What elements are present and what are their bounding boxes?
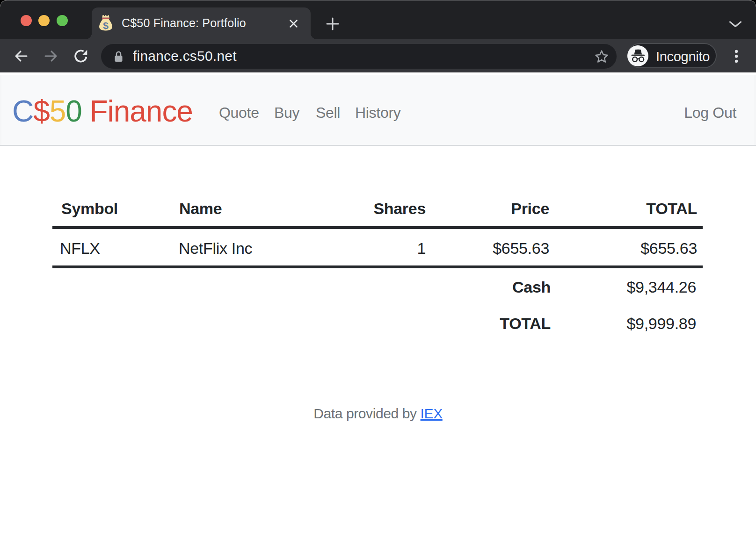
svg-text:$: $ (103, 20, 109, 31)
